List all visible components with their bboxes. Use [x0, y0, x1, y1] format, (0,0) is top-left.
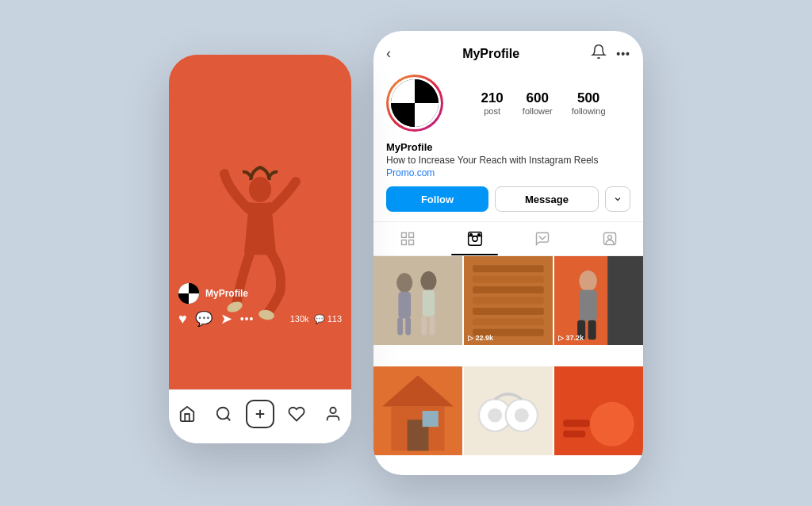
following-count: 500	[572, 90, 606, 106]
svg-rect-31	[473, 286, 544, 293]
svg-rect-8	[401, 233, 406, 238]
stat-followers: 600 follower	[523, 90, 553, 116]
svg-rect-11	[408, 240, 413, 245]
profile-bio: How to Increase Your Reach with Instagra…	[386, 155, 630, 166]
grid-item-5[interactable]	[464, 366, 553, 455]
post-username: MyProfile	[205, 288, 248, 299]
grid-item-6[interactable]	[554, 366, 643, 455]
comments-count: 💬 113	[314, 314, 342, 324]
photo-grid: ▷ 22.9k ▷ 37.2k	[373, 256, 643, 475]
svg-rect-19	[373, 256, 462, 345]
more-icon[interactable]: •••	[240, 312, 255, 325]
svg-rect-41	[588, 320, 596, 340]
share-icon[interactable]: ➤	[220, 310, 232, 328]
profile-topbar: ‹ MyProfile •••	[386, 44, 630, 63]
svg-point-15	[477, 234, 480, 236]
svg-point-13	[472, 236, 477, 242]
svg-point-14	[469, 234, 472, 236]
svg-rect-30	[473, 276, 544, 283]
svg-rect-21	[398, 292, 411, 319]
phones-container: MyProfile ♥ 💬 ➤ ••• 130k 💬 113	[153, 7, 659, 499]
svg-point-49	[488, 408, 502, 423]
svg-point-7	[330, 407, 335, 412]
message-button[interactable]: Message	[495, 186, 599, 212]
following-label: following	[572, 106, 606, 116]
avatar	[391, 79, 439, 127]
follow-button[interactable]: Follow	[386, 186, 488, 212]
profile-title: MyProfile	[462, 47, 519, 61]
profile-link[interactable]: Promo.com	[386, 167, 630, 178]
post-user: MyProfile	[178, 283, 342, 304]
svg-point-0	[249, 177, 271, 202]
svg-rect-26	[421, 316, 427, 335]
svg-rect-55	[563, 431, 585, 438]
posts-label: post	[481, 106, 503, 116]
likes-count: 130k	[290, 314, 309, 324]
svg-rect-39	[579, 290, 596, 321]
grid-stat-3: ▷ 37.2k	[558, 334, 584, 342]
post-info: MyProfile ♥ 💬 ➤ ••• 130k 💬 113	[178, 283, 342, 328]
left-phone: MyProfile ♥ 💬 ➤ ••• 130k 💬 113	[169, 55, 351, 443]
avatar-ring	[386, 75, 443, 132]
svg-rect-10	[401, 240, 406, 245]
svg-point-53	[590, 402, 634, 447]
svg-rect-22	[397, 317, 403, 335]
svg-point-24	[420, 271, 436, 291]
post-stats: 130k 💬 113	[290, 314, 342, 324]
profile-name: MyProfile	[386, 141, 630, 153]
grid-item-3[interactable]: ▷ 37.2k	[554, 256, 643, 345]
grid-item-2[interactable]: ▷ 22.9k	[464, 256, 553, 345]
topbar-icons: •••	[591, 44, 630, 63]
svg-point-3	[217, 407, 229, 419]
hero-image: MyProfile ♥ 💬 ➤ ••• 130k 💬 113	[169, 55, 351, 389]
back-button[interactable]: ‹	[386, 45, 391, 62]
more-dots-icon[interactable]: •••	[616, 48, 630, 60]
profile-stats: 210 post 600 follower 500 following	[456, 90, 630, 116]
tab-tagged[interactable]	[508, 222, 576, 255]
svg-rect-29	[473, 265, 544, 272]
svg-rect-9	[408, 233, 413, 238]
profile-info-row: 210 post 600 follower 500 following	[386, 75, 630, 132]
nav-home[interactable]	[173, 400, 201, 428]
tab-reels[interactable]	[441, 222, 508, 255]
bottom-nav	[169, 389, 351, 443]
bell-icon[interactable]	[591, 44, 607, 63]
chevron-button[interactable]	[605, 186, 630, 212]
post-avatar	[178, 283, 199, 304]
heart-action-icon[interactable]: ♥	[178, 311, 187, 328]
right-phone: ‹ MyProfile •••	[373, 31, 643, 475]
profile-buttons: Follow Message	[386, 186, 630, 212]
svg-rect-54	[563, 420, 590, 427]
followers-count: 600	[523, 90, 553, 106]
svg-point-18	[607, 236, 611, 240]
svg-point-20	[396, 273, 412, 293]
grid-item-1[interactable]	[373, 256, 462, 345]
tab-grid[interactable]	[373, 222, 441, 255]
stat-posts: 210 post	[481, 90, 503, 116]
avatar-inner	[389, 77, 441, 129]
svg-rect-27	[430, 316, 435, 335]
svg-line-4	[227, 417, 230, 420]
profile-header: ‹ MyProfile •••	[373, 31, 643, 221]
profile-tabs	[373, 221, 643, 256]
svg-rect-25	[423, 290, 435, 317]
svg-point-38	[579, 270, 596, 292]
nav-search[interactable]	[209, 400, 238, 428]
svg-rect-32	[473, 297, 544, 305]
stat-following: 500 following	[572, 90, 606, 116]
posts-count: 210	[481, 90, 503, 106]
svg-point-51	[515, 408, 529, 423]
grid-item-4[interactable]	[373, 366, 462, 455]
svg-rect-33	[473, 308, 544, 315]
post-actions: ♥ 💬 ➤ ••• 130k 💬 113	[178, 310, 342, 328]
nav-plus[interactable]	[246, 400, 274, 428]
svg-rect-46	[423, 411, 439, 427]
nav-profile[interactable]	[319, 400, 347, 428]
svg-rect-23	[405, 317, 411, 335]
nav-heart[interactable]	[282, 400, 311, 428]
grid-stat-2: ▷ 22.9k	[468, 334, 493, 342]
svg-rect-34	[473, 318, 544, 325]
followers-label: follower	[523, 106, 553, 116]
tab-mentions[interactable]	[576, 222, 643, 255]
comment-icon[interactable]: 💬	[195, 310, 213, 328]
